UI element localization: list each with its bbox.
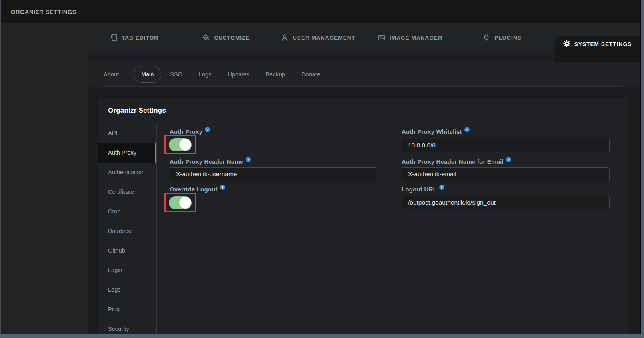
menu-item-ping[interactable]: Ping	[98, 300, 156, 319]
menu-item-cron[interactable]: Cron	[98, 202, 156, 221]
tab-label: PLUGINS	[494, 35, 522, 41]
auth-proxy-label: Auth Proxy ?	[170, 128, 210, 135]
subtab-sso[interactable]: SSO	[170, 67, 182, 82]
tab-image-manager[interactable]: IMAGE MANAGER	[378, 34, 442, 42]
plug-icon	[482, 34, 490, 42]
menu-item-logs[interactable]: Logs	[98, 280, 156, 300]
gear-icon	[563, 40, 571, 49]
settings-panel: Organizr Settings API Auth Proxy Authent…	[98, 98, 628, 334]
menu-item-api[interactable]: API	[98, 123, 156, 143]
tab-system-settings-active[interactable]: SYSTEM SETTINGS	[554, 36, 640, 62]
subtab-logs[interactable]: Logs	[199, 67, 211, 82]
tab-label: TAB EDITOR	[122, 35, 158, 41]
paint-bucket-icon	[202, 34, 210, 42]
help-icon[interactable]: ?	[506, 157, 511, 162]
menu-item-auth-proxy-active[interactable]: Auth Proxy	[98, 143, 156, 163]
help-icon[interactable]: ?	[439, 185, 444, 190]
help-icon[interactable]: ?	[220, 185, 225, 190]
tab-label: CUSTOMIZE	[214, 35, 250, 41]
menu-item-login[interactable]: Login	[98, 260, 156, 280]
left-spacer-column	[1, 23, 88, 334]
tab-plugins[interactable]: PLUGINS	[482, 34, 522, 42]
menu-item-authentication[interactable]: Authentication	[98, 163, 156, 182]
content-area: TAB EDITOR CUSTOM	[88, 23, 640, 334]
top-bar: ORGANIZR SETTINGS	[1, 0, 640, 23]
tab-label: IMAGE MANAGER	[390, 35, 442, 41]
toggle-knob	[179, 197, 191, 209]
tab-label: SYSTEM SETTINGS	[574, 41, 632, 47]
menu-item-database[interactable]: Database	[98, 221, 156, 241]
help-icon[interactable]: ?	[205, 127, 210, 132]
tab-user-management[interactable]: USER MANAGEMENT	[281, 34, 355, 42]
subtab-donate[interactable]: Donate	[302, 67, 320, 82]
auth-proxy-header-email-input[interactable]	[402, 167, 610, 181]
toggle-knob	[179, 139, 191, 151]
logout-url-input[interactable]	[402, 196, 610, 209]
auth-proxy-whitelist-input[interactable]	[402, 139, 610, 152]
help-icon[interactable]: ?	[464, 127, 470, 132]
auth-proxy-header-name-input[interactable]	[170, 167, 377, 181]
auth-proxy-whitelist-label: Auth Proxy Whitelist ?	[402, 128, 470, 135]
tab-customize[interactable]: CUSTOMIZE	[202, 34, 250, 42]
highlight-box	[164, 193, 196, 212]
menu-item-github[interactable]: Github	[98, 241, 156, 260]
tab-editor-icon	[110, 34, 118, 42]
override-logout-toggle-on[interactable]	[169, 196, 192, 209]
primary-nav: TAB EDITOR CUSTOM	[88, 23, 640, 52]
auth-proxy-form: Auth Proxy ? Auth Proxy Header Name ?	[157, 123, 628, 334]
tab-label: USER MANAGEMENT	[293, 35, 355, 41]
override-logout-label: Override Logout ?	[170, 186, 225, 193]
panel-title: Organizr Settings	[108, 107, 166, 115]
tab-tab-editor[interactable]: TAB EDITOR	[110, 34, 158, 42]
menu-item-security[interactable]: Security	[98, 319, 156, 334]
main-area: TAB EDITOR CUSTOM	[1, 23, 640, 334]
sub-nav: About Main SSO Logs Updates Backup Donat…	[88, 62, 640, 87]
help-icon[interactable]: ?	[246, 157, 251, 162]
page-title: ORGANIZR SETTINGS	[11, 9, 76, 15]
user-icon	[281, 34, 289, 42]
auth-proxy-toggle-on[interactable]	[169, 138, 192, 151]
panel-header: Organizr Settings	[98, 98, 628, 123]
auth-proxy-header-email-label: Auth Proxy Header Name for Email ?	[402, 158, 511, 165]
subtab-main-active[interactable]: Main	[134, 66, 161, 83]
auth-proxy-header-name-label: Auth Proxy Header Name ?	[170, 158, 251, 165]
subtab-about[interactable]: About	[104, 67, 119, 82]
app-window: ORGANIZR SETTINGS	[0, 0, 641, 334]
subtab-backup[interactable]: Backup	[266, 67, 285, 82]
logout-url-label: Logout URL ?	[402, 186, 444, 193]
menu-item-certificate[interactable]: Certificate	[98, 182, 156, 202]
settings-menu: API Auth Proxy Authentication Certificat…	[98, 123, 157, 334]
image-icon	[378, 34, 386, 42]
subtab-updates[interactable]: Updates	[228, 67, 249, 82]
highlight-box	[164, 135, 196, 154]
screenshot-frame: ORGANIZR SETTINGS	[0, 0, 644, 338]
